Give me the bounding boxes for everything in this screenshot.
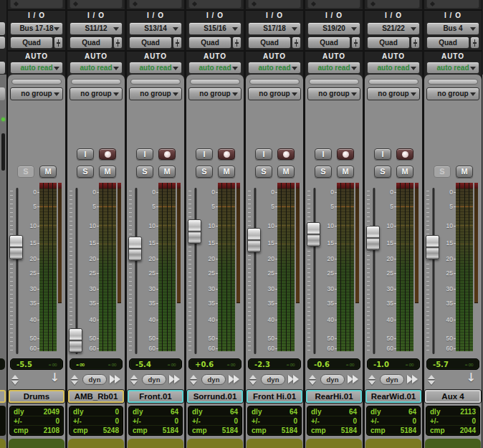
volume-readout: -0.6 -∞ xyxy=(307,358,360,370)
fast-forward-icon[interactable] xyxy=(169,375,181,383)
down-arrow-icon[interactable]: ↓ xyxy=(467,371,476,384)
meter-clip-leds[interactable] xyxy=(39,183,57,189)
meter-clip-led-aux xyxy=(296,183,300,189)
fader-scale-label: 40 xyxy=(203,316,215,323)
level-nudge-stepper[interactable] xyxy=(368,375,376,385)
fader-knob[interactable] xyxy=(247,228,261,252)
dyn-plugin-button[interactable]: dyn xyxy=(380,374,404,385)
level-nudge-stepper[interactable] xyxy=(71,375,78,385)
meter-clip-leds[interactable] xyxy=(456,183,473,189)
fader-knob[interactable] xyxy=(128,237,142,261)
meter-clip-leds[interactable] xyxy=(277,183,295,189)
fader-scale-label: 0 xyxy=(84,189,96,196)
fader-scale-label: 10 xyxy=(262,222,274,229)
fader-scale-label: 25 xyxy=(143,270,156,277)
fast-forward-icon[interactable] xyxy=(407,375,419,383)
cmp-label: cmp xyxy=(133,426,148,435)
fast-forward-icon[interactable] xyxy=(288,375,300,383)
fader-scale-label: 10 xyxy=(441,222,453,229)
cmp-label: cmp xyxy=(73,426,88,435)
fader-knob[interactable] xyxy=(9,235,23,259)
comp-row: cmp5184 xyxy=(370,426,416,435)
fast-forward-icon[interactable] xyxy=(348,375,359,383)
fader-scale-label: 60 xyxy=(381,345,393,352)
level-nudge-stepper[interactable] xyxy=(309,375,316,385)
delay-row: dly64 xyxy=(311,407,357,416)
channel-strip-front-01: I / O S13/14 Quad AUTO auto read no grou… xyxy=(127,0,184,448)
nudge-up-icon xyxy=(249,375,257,379)
nudge-down-icon xyxy=(368,381,376,385)
fader-knob[interactable] xyxy=(188,219,201,244)
dly-label: dly xyxy=(430,407,440,416)
meter-clip-leds[interactable] xyxy=(396,183,413,189)
track-name[interactable]: AMB_Rb01 xyxy=(68,390,124,403)
user-offset-row: +/-0 xyxy=(73,416,119,426)
meter-clip-leds[interactable] xyxy=(158,183,176,189)
delay-comp-panel: dly64 +/-0 cmp5184 xyxy=(247,406,302,436)
fader-knob[interactable] xyxy=(307,222,320,247)
fader-scale-label: 25 xyxy=(322,270,334,277)
fader-scale-label: 30 xyxy=(322,285,334,292)
channel-strip-rearhi-01: I / O S19/20 Quad AUTO auto read no grou… xyxy=(305,0,363,448)
pm-label: +/- xyxy=(430,416,439,425)
dyn-plugin-button[interactable]: dyn xyxy=(82,374,107,385)
neighbor-button-fragment xyxy=(0,37,5,49)
dyn-plugin-button[interactable]: dyn xyxy=(261,374,285,385)
fader-scale-label: 60 xyxy=(24,345,37,352)
dly-value: 64 xyxy=(349,407,357,416)
fader-scale-label: 50 xyxy=(143,335,156,342)
down-arrow-icon[interactable]: ↓ xyxy=(50,371,59,384)
fader-knob[interactable] xyxy=(69,328,82,353)
meter-clip-led-aux xyxy=(177,183,181,189)
channel-strip-drums: I / O Bus 17-18 Quad AUTO auto read no g… xyxy=(8,0,65,448)
meter-clip-leds[interactable] xyxy=(218,183,235,189)
fast-forward-icon[interactable] xyxy=(229,375,240,383)
fast-forward-icon[interactable] xyxy=(110,375,121,383)
nudge-up-icon xyxy=(11,375,19,379)
track-name[interactable]: Drums xyxy=(9,390,64,403)
level-nudge-stepper[interactable] xyxy=(130,375,138,385)
level-meter xyxy=(337,189,354,351)
fader-scale-label: 20 xyxy=(381,255,393,262)
fader-knob[interactable] xyxy=(426,235,439,259)
fader-knob[interactable] xyxy=(366,226,380,250)
fader-scale-label: 5 xyxy=(24,203,37,210)
meter-clip-leds[interactable] xyxy=(337,183,354,189)
fader-scale-label: 35 xyxy=(262,300,274,307)
level-nudge-stepper[interactable] xyxy=(190,375,197,385)
track-name[interactable]: Sorrund.01 xyxy=(187,390,243,403)
volume-value: -5.4 xyxy=(135,361,151,368)
user-offset-row: +/-0 xyxy=(192,416,238,426)
track-name[interactable]: RearWid.01 xyxy=(365,390,421,403)
fader-scale-label: 60 xyxy=(84,345,96,352)
user-offset-row: +/-0 xyxy=(252,416,297,426)
nudge-up-icon xyxy=(130,375,138,379)
dyn-plugin-button[interactable]: dyn xyxy=(201,374,226,385)
volume-readout: -2.3 -∞ xyxy=(248,358,301,370)
level-nudge-stepper[interactable] xyxy=(428,375,435,385)
dyn-plugin-button[interactable]: dyn xyxy=(320,374,345,385)
cmp-value: 5248 xyxy=(103,426,119,435)
fader-scale-label: 15 xyxy=(24,239,37,247)
meter-clip-leds[interactable] xyxy=(99,183,116,189)
fader-scale-label: 25 xyxy=(203,270,215,277)
track-name[interactable]: Aux 4 xyxy=(425,390,481,403)
level-meter-aux xyxy=(236,189,240,303)
delay-comp-panel: dly64 +/-0 cmp5184 xyxy=(128,406,183,436)
track-color-strip xyxy=(365,439,421,448)
level-nudge-stepper[interactable] xyxy=(249,375,257,385)
fader-scale-label: 50 xyxy=(84,335,96,342)
track-color-strip xyxy=(68,439,124,448)
track-name[interactable]: RearHi.01 xyxy=(306,390,362,403)
pm-value: 0 xyxy=(293,416,297,425)
fader-scale-label: 50 xyxy=(381,335,393,342)
dyn-plugin-button[interactable]: dyn xyxy=(142,374,166,385)
level-nudge-stepper[interactable] xyxy=(11,375,19,385)
level-meter-aux xyxy=(58,189,62,303)
level-meter xyxy=(218,189,235,351)
track-name[interactable]: Front Hi.01 xyxy=(247,390,302,403)
channel-strip-sorrund-01: I / O S15/16 Quad AUTO auto read no grou… xyxy=(186,0,244,448)
track-name[interactable]: Front.01 xyxy=(128,390,183,403)
fader-scale-label: 15 xyxy=(262,239,274,247)
pm-label: +/- xyxy=(73,416,82,425)
